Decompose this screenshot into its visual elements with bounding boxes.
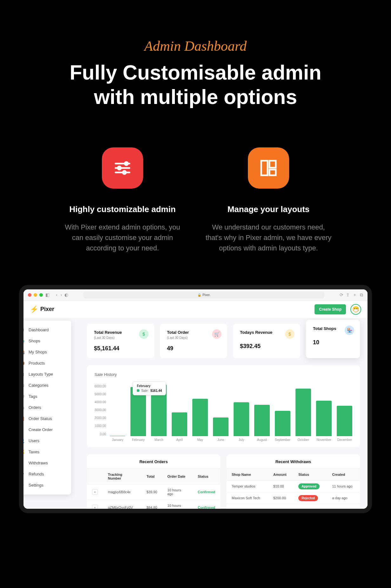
- nav-label: Users: [29, 438, 39, 443]
- tabs-icon[interactable]: ⧉: [360, 292, 363, 298]
- hero-title: Fully Customisable admin with multiple o…: [19, 61, 372, 109]
- sidebar: ⊞Dashboard🏪Shops🏬My Shops📦Products◫Layou…: [19, 320, 71, 494]
- chart-bars: February Sale: $161.44 JanuaryFebruaryMa…: [110, 384, 352, 442]
- stat-value: 10: [313, 339, 353, 346]
- nav-icon: 👤: [20, 438, 25, 443]
- chart-bar[interactable]: April: [172, 412, 187, 442]
- nav-label: Order Status: [29, 416, 52, 421]
- sidebar-item-my-shops[interactable]: 🏬My Shops: [19, 346, 71, 358]
- cell-tracking: magjvy6B8c4x: [103, 484, 142, 500]
- nav-icon: 🛍: [20, 405, 25, 410]
- column-header: Shop Name: [227, 468, 268, 480]
- new-tab-icon[interactable]: +: [354, 292, 356, 298]
- cell-created: a day ago: [327, 492, 360, 504]
- reload-icon[interactable]: ⟳: [340, 292, 343, 297]
- layout-icon: [248, 147, 289, 189]
- sidebar-item-dashboard[interactable]: ⊞Dashboard: [19, 324, 71, 335]
- bar-label: August: [257, 438, 267, 442]
- sidebar-item-refunds[interactable]: ↩Refunds: [19, 468, 71, 480]
- sidebar-item-create-order[interactable]: ✎Create Order: [19, 424, 71, 435]
- feature-desc: With Pixer extend admin options, you can…: [59, 222, 186, 253]
- sidebar-item-layouts-type[interactable]: ◫Layouts Type: [19, 369, 71, 380]
- nav-icon: 🏪: [20, 339, 25, 343]
- stat-subtitle: (Last 30 Days): [167, 336, 220, 339]
- chart-bar[interactable]: January: [110, 436, 125, 442]
- sidebar-item-withdraws[interactable]: ≡Withdraws: [19, 457, 71, 468]
- expand-row-button[interactable]: +: [92, 489, 98, 495]
- bar-label: May: [197, 438, 203, 442]
- sidebar-item-tags[interactable]: 🏷Tags: [19, 391, 71, 402]
- sidebar-toggle-icon[interactable]: ◧: [45, 292, 50, 297]
- cell-total: $39.90: [142, 484, 162, 500]
- create-shop-button[interactable]: Create Shop: [315, 304, 346, 314]
- shield-icon[interactable]: ◐: [64, 292, 68, 297]
- column-header: Status: [293, 468, 327, 480]
- nav-icon: 🗂: [20, 383, 25, 388]
- nav-icon: ↩: [20, 472, 25, 476]
- recent-orders-table: Recent Orders Tracking NumberTotalOrder …: [87, 454, 220, 509]
- chart-bar[interactable]: October: [295, 389, 311, 441]
- nav-label: Categories: [29, 383, 49, 388]
- back-icon[interactable]: ‹: [56, 292, 57, 297]
- traffic-close-icon[interactable]: [28, 293, 31, 297]
- column-header: Amount: [268, 468, 293, 480]
- expand-row-button[interactable]: +: [92, 505, 98, 509]
- sidebar-item-orders[interactable]: 🛍Orders: [19, 402, 71, 413]
- nav-label: Tags: [29, 394, 37, 399]
- recent-withdraws-table: Recent Withdraws Shop NameAmountStatusCr…: [227, 454, 360, 509]
- nav-label: Shops: [29, 339, 40, 343]
- chart-bar[interactable]: September: [275, 411, 290, 442]
- nav-icon: 🏷: [20, 394, 25, 399]
- chart-bar[interactable]: July: [234, 402, 249, 442]
- table-row: Temper studios$10.00Approved11 hours ago: [227, 480, 360, 492]
- svg-point-1: [125, 162, 128, 165]
- sidebar-item-order-status[interactable]: 📋Order Status: [19, 413, 71, 424]
- sliders-icon: [102, 147, 143, 189]
- forward-icon[interactable]: ›: [61, 292, 62, 297]
- bar-label: July: [239, 438, 244, 442]
- share-icon[interactable]: ⇪: [346, 292, 350, 298]
- sidebar-item-categories[interactable]: 🗂Categories: [19, 380, 71, 391]
- bar-label: October: [298, 438, 309, 442]
- cell-date: 10 hours ago: [162, 500, 193, 509]
- svg-point-3: [118, 166, 121, 170]
- sidebar-item-taxes[interactable]: 💰Taxes: [19, 446, 71, 457]
- cell-date: 10 hours ago: [162, 484, 193, 500]
- sidebar-item-settings[interactable]: ⚙Settings: [19, 480, 71, 491]
- traffic-maximize-icon[interactable]: [39, 293, 43, 297]
- chart-bar[interactable]: June: [213, 417, 229, 442]
- cell-total: $84.80: [142, 500, 162, 509]
- chart-bar[interactable]: February: [130, 387, 146, 442]
- stat-value: $392.45: [240, 343, 293, 350]
- chart-bar[interactable]: November: [316, 401, 332, 442]
- bar-label: December: [337, 438, 352, 442]
- chart-y-axis: 6000.005000.004000.003000.002000.001000.…: [95, 384, 106, 442]
- chart-title: Sale History: [95, 372, 352, 377]
- sidebar-item-products[interactable]: 📦Products: [19, 358, 71, 369]
- cell-amount: $10.00: [268, 480, 293, 492]
- feature-layouts: Manage your layouts We understand our cu…: [205, 147, 332, 253]
- nav-label: Products: [29, 361, 45, 365]
- svg-point-5: [123, 171, 126, 174]
- nav-label: Orders: [29, 405, 41, 410]
- nav-icon: ≡: [20, 461, 25, 465]
- brand-logo[interactable]: ⚡Pixer: [30, 305, 54, 313]
- traffic-minimize-icon[interactable]: [34, 293, 37, 297]
- eyebrow-text: Admin Dashboard: [19, 38, 372, 54]
- nav-icon: 📋: [20, 416, 25, 421]
- avatar[interactable]: 😷: [350, 304, 361, 315]
- address-bar[interactable]: 🔒Pixer.: [83, 291, 324, 298]
- nav-label: Layouts Type: [29, 372, 53, 377]
- sidebar-item-users[interactable]: 👤Users: [19, 435, 71, 446]
- stat-value: 49: [167, 345, 220, 352]
- table-row: Maxicon Soft Tech$200.00Rejecteda day ag…: [227, 492, 360, 504]
- nav-icon: ◫: [20, 372, 25, 377]
- cell-status: Confirmed: [193, 500, 220, 509]
- feature-desc: We understand our customers need, that's…: [205, 222, 332, 253]
- nav-label: My Shops: [29, 350, 47, 354]
- sidebar-item-shops[interactable]: 🏪Shops: [19, 335, 71, 346]
- cell-status: Approved: [293, 480, 327, 492]
- chart-bar[interactable]: May: [192, 399, 208, 441]
- chart-bar[interactable]: August: [254, 405, 270, 442]
- chart-bar[interactable]: December: [337, 406, 352, 442]
